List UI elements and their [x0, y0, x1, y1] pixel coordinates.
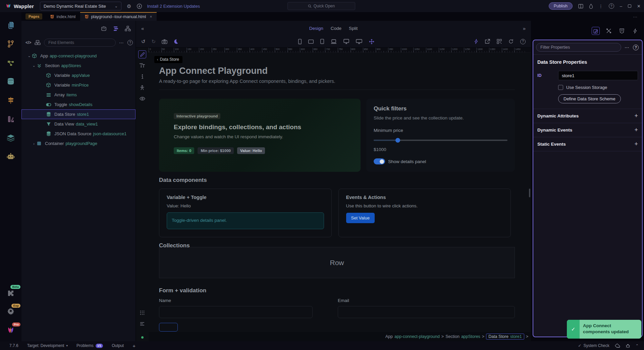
more-menu-icon[interactable]: ⋮ [599, 4, 603, 9]
add-plus-icon[interactable]: + [634, 112, 638, 119]
open-in-browser-icon[interactable] [485, 39, 490, 44]
components-blocks-icon[interactable] [35, 40, 41, 45]
visibility-eye-icon[interactable] [138, 95, 146, 103]
tree-item[interactable]: Array items [21, 90, 136, 100]
add-plus-icon[interactable]: + [634, 127, 638, 134]
guides-icon[interactable] [138, 320, 146, 328]
design-help-icon[interactable]: ? [520, 39, 526, 44]
submit-button-partial[interactable] [159, 323, 178, 332]
property-section-row[interactable]: Dynamic Events + [533, 123, 642, 137]
view-mode-tab[interactable]: Code [331, 26, 341, 31]
output-button[interactable]: Output [112, 343, 124, 348]
actions-bolt-icon[interactable] [474, 39, 478, 44]
grid-dots-icon[interactable] [138, 309, 146, 317]
maximize-button[interactable] [628, 4, 631, 8]
tree-item[interactable]: Toggle showDetails [21, 100, 136, 109]
wappler-pro-icon[interactable]: Pro [5, 324, 16, 336]
outline-list-icon[interactable] [113, 26, 119, 31]
ai-assistant-icon[interactable] [101, 26, 107, 32]
target-selector[interactable]: Target: Development ▾ [27, 343, 68, 348]
hero-card[interactable]: Interactive playground Explore bindings,… [159, 99, 361, 172]
tree-item[interactable]: › Container playgroundPage [21, 139, 136, 148]
tree-item[interactable]: Data View data_view1 [21, 119, 136, 129]
tree-help-icon[interactable]: ? [127, 40, 133, 45]
tree-item[interactable]: Variable minPrice [21, 80, 136, 90]
property-section-row[interactable]: Static Events + [533, 137, 642, 151]
field-input[interactable] [338, 306, 515, 318]
settings-gear-icon[interactable]: ⚙ [127, 4, 131, 9]
workflows-icon[interactable] [5, 57, 16, 68]
tabstrip-overflow-icon[interactable]: ⋯ [633, 14, 638, 19]
refresh-icon[interactable] [508, 39, 514, 44]
ai-robot-icon[interactable] [5, 151, 16, 162]
layout-panels-icon[interactable] [578, 4, 583, 8]
tree-item[interactable]: JSON Data Source json-datasource1 [21, 129, 136, 139]
file-tab[interactable]: index.html [46, 12, 80, 21]
device-monitor-icon[interactable] [356, 39, 362, 44]
preview-qr-icon[interactable] [497, 39, 502, 44]
toast-notification[interactable]: ✓ App Connect components updated [567, 320, 641, 339]
find-elements-input[interactable] [44, 39, 116, 47]
tree-item[interactable]: ⌄ App app-connect-playground [21, 51, 136, 61]
close-button[interactable]: ✕ [637, 4, 641, 9]
device-phone-landscape-icon[interactable] [308, 40, 314, 44]
beta-extensions-icon[interactable]: Beta [5, 287, 16, 298]
quick-filters-card[interactable]: Quick filters Slide the price and see th… [366, 99, 515, 172]
database-icon[interactable] [5, 76, 16, 87]
pages-tab[interactable]: Pages [25, 13, 42, 19]
events-bolt-icon[interactable] [631, 27, 639, 35]
layers-icon[interactable] [5, 132, 16, 144]
panel-help-icon[interactable]: ? [633, 45, 639, 50]
problems-button[interactable]: Problems 1/1 [76, 343, 103, 348]
accessibility-icon[interactable] [138, 84, 146, 92]
design-palette-icon[interactable] [5, 113, 16, 125]
debug-bug-icon[interactable] [626, 343, 630, 348]
selected-element-tag[interactable]: ‹ Data Store [154, 56, 182, 63]
variable-toggle-card[interactable]: Variable + Toggle Value: Hello Toggle-dr… [159, 189, 332, 237]
tree-item[interactable]: Variable appValue [21, 70, 136, 80]
tree-view-icon[interactable] [125, 26, 131, 31]
properties-pencil-icon[interactable] [592, 27, 600, 35]
screenshot-camera-icon[interactable] [162, 39, 167, 44]
expander-icon[interactable]: ⌄ [32, 63, 36, 68]
expand-right-icon[interactable]: » [523, 26, 526, 31]
routes-signpost-icon[interactable] [5, 95, 16, 106]
file-tab[interactable]: playground--tour-manual.html × [80, 12, 157, 21]
canvas-scrollbar[interactable] [529, 189, 530, 197]
breadcrumb-item[interactable]: Data Store store1 [486, 334, 524, 340]
view-mode-tab[interactable]: Split [349, 26, 358, 31]
add-plus-icon[interactable]: + [634, 141, 638, 148]
help-icon[interactable]: ? [609, 3, 614, 9]
define-scheme-button[interactable]: Define Data Store Scheme [558, 94, 621, 103]
device-phone-icon[interactable] [298, 39, 302, 44]
id-input[interactable] [558, 71, 638, 80]
breadcrumb-item[interactable]: App app-connect-playground [385, 334, 440, 339]
text-format-icon[interactable] [138, 61, 146, 69]
edit-pencil-icon[interactable] [138, 50, 146, 58]
tree-item[interactable]: ⌄ Section appStores [21, 61, 136, 70]
expander-icon[interactable]: › [32, 142, 36, 146]
tree-options-icon[interactable]: ⋯ [119, 40, 124, 45]
set-value-button[interactable]: Set Value [346, 213, 375, 223]
panel-options-icon[interactable]: ⋯ [625, 45, 630, 50]
expander-icon[interactable]: ⌄ [27, 54, 32, 58]
breadcrumb-item[interactable]: Section appStores [445, 334, 480, 339]
redo-icon[interactable]: ↻ [152, 39, 156, 44]
quick-open-search[interactable]: Quick Open [287, 2, 355, 10]
css-shield-icon[interactable] [618, 27, 626, 35]
collections-row[interactable]: Row [159, 247, 515, 278]
events-actions-card[interactable]: Events & Actions Use this button to wire… [338, 189, 511, 237]
experimental-settings-icon[interactable]: Exp [5, 306, 16, 317]
device-desktop-icon[interactable] [343, 39, 349, 44]
dark-mode-moon-icon[interactable] [173, 39, 178, 44]
publish-button[interactable]: Publish [549, 2, 573, 10]
chevron-up-icon[interactable]: ⌃ [636, 344, 639, 348]
design-canvas[interactable]: ‹ Data Store App Connect Playground A re… [149, 53, 531, 332]
design-tools-icon[interactable] [605, 27, 613, 35]
install-updates-link[interactable]: Install 2 Extension Updates [147, 4, 200, 9]
git-icon[interactable] [5, 38, 16, 50]
system-check-button[interactable]: ✓ System Check [578, 343, 609, 348]
session-storage-checkbox[interactable] [558, 85, 563, 90]
pages-panel-icon[interactable] [5, 19, 16, 31]
device-tablet-icon[interactable] [320, 39, 324, 44]
